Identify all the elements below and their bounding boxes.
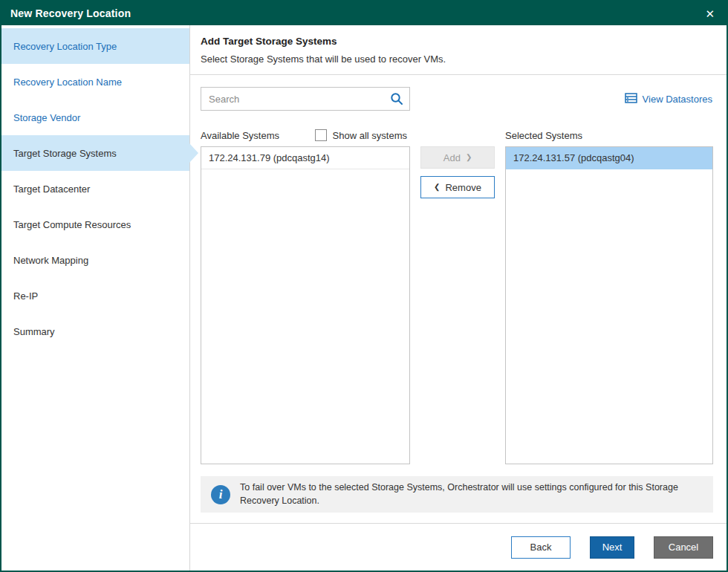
step-label: Target Compute Resources: [13, 219, 131, 230]
show-all-systems-control: Show all systems: [315, 129, 407, 141]
datastore-icon: [625, 92, 637, 106]
show-all-systems-checkbox[interactable]: [315, 129, 327, 141]
info-text: To fail over VMs to the selected Storage…: [240, 481, 703, 507]
available-systems-label: Available Systems: [201, 130, 279, 141]
toolbar-row: View Datastores: [201, 87, 713, 111]
window-title: New Recovery Location: [10, 7, 131, 19]
step-label: Recovery Location Type: [13, 41, 117, 52]
remove-button[interactable]: ❮ Remove: [420, 176, 495, 198]
wizard-steps-sidebar: Recovery Location Type Recovery Location…: [1, 25, 190, 571]
next-button[interactable]: Next: [590, 536, 634, 559]
sidebar-item-recovery-location-type[interactable]: Recovery Location Type: [1, 28, 189, 64]
view-datastores-label: View Datastores: [643, 94, 712, 105]
available-systems-header: Available Systems Show all systems: [201, 124, 410, 146]
list-item-selected[interactable]: 172.24.131.57 (pdcqastg04): [506, 147, 712, 169]
page-subtitle: Select Storage Systems that will be used…: [201, 53, 713, 65]
step-label: Target Datacenter: [13, 183, 90, 195]
search-box: [201, 87, 410, 111]
available-systems-column: Available Systems Show all systems 172.2…: [201, 124, 410, 464]
search-icon: [390, 92, 403, 108]
chevron-right-icon: ❯: [466, 154, 472, 161]
lists-row: Available Systems Show all systems 172.2…: [201, 124, 713, 464]
available-systems-list[interactable]: 172.24.131.79 (pdcqastg14): [201, 146, 410, 464]
step-label: Target Storage Systems: [13, 148, 117, 159]
selected-systems-header: Selected Systems: [505, 124, 713, 146]
page-title: Add Target Storage Systems: [201, 36, 713, 47]
transfer-buttons: Add ❯ ❮ Remove: [410, 124, 505, 198]
sidebar-item-target-storage-systems[interactable]: Target Storage Systems: [1, 135, 189, 171]
step-label: Summary: [13, 326, 55, 337]
add-button-label: Add: [443, 152, 461, 163]
footer-bar: Back Next Cancel: [190, 523, 727, 571]
step-content: Add Target Storage Systems Select Storag…: [190, 25, 727, 571]
remove-button-label: Remove: [445, 182, 481, 193]
selected-systems-column: Selected Systems 172.24.131.57 (pdcqastg…: [505, 124, 713, 464]
dialog-body: Recovery Location Type Recovery Location…: [1, 25, 727, 571]
info-banner: i To fail over VMs to the selected Stora…: [201, 476, 713, 513]
sidebar-item-target-compute-resources[interactable]: Target Compute Resources: [1, 207, 189, 242]
close-icon[interactable]: ✕: [702, 7, 718, 21]
sidebar-item-recovery-location-name[interactable]: Recovery Location Name: [1, 64, 189, 100]
sidebar-item-re-ip[interactable]: Re-IP: [1, 278, 189, 313]
show-all-systems-label[interactable]: Show all systems: [333, 130, 407, 141]
step-body: View Datastores Available Systems Show a…: [190, 75, 727, 523]
step-label: Storage Vendor: [13, 112, 80, 123]
list-item[interactable]: 172.24.131.79 (pdcqastg14): [201, 147, 409, 169]
step-label: Re-IP: [13, 290, 38, 302]
step-header: Add Target Storage Systems Select Storag…: [190, 25, 727, 75]
step-label: Network Mapping: [13, 255, 88, 266]
search-input[interactable]: [201, 87, 410, 111]
back-button[interactable]: Back: [511, 536, 571, 559]
info-icon: i: [211, 485, 230, 504]
add-button[interactable]: Add ❯: [420, 146, 495, 169]
step-label: Recovery Location Name: [13, 77, 122, 88]
sidebar-item-network-mapping[interactable]: Network Mapping: [1, 242, 189, 278]
sidebar-item-summary[interactable]: Summary: [1, 313, 189, 349]
sidebar-item-target-datacenter[interactable]: Target Datacenter: [1, 171, 189, 207]
sidebar-item-storage-vendor[interactable]: Storage Vendor: [1, 100, 189, 135]
chevron-left-icon: ❮: [434, 183, 440, 191]
selected-systems-label: Selected Systems: [505, 130, 582, 141]
new-recovery-location-dialog: New Recovery Location ✕ Recovery Locatio…: [0, 0, 728, 572]
selected-systems-list[interactable]: 172.24.131.57 (pdcqastg04): [505, 146, 713, 464]
view-datastores-link[interactable]: View Datastores: [625, 92, 712, 106]
titlebar: New Recovery Location ✕: [1, 1, 727, 25]
cancel-button[interactable]: Cancel: [654, 536, 713, 559]
